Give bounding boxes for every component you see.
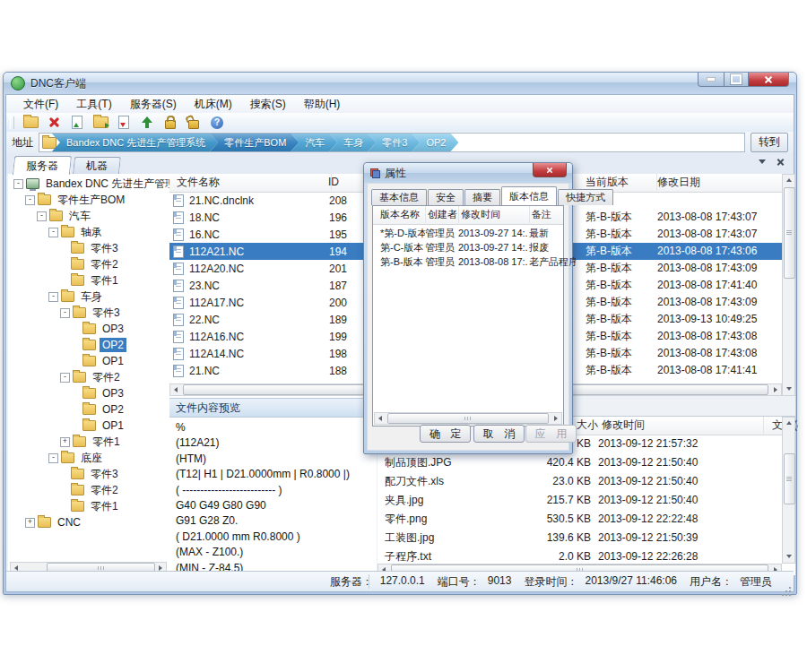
tree-node[interactable]: OP3 [8, 321, 169, 337]
dialog-version-row[interactable]: 第-B-版本 管理员 2013-08-08 17:... 老产品程序 [373, 254, 563, 269]
tree-node[interactable]: - 轴承 [8, 224, 169, 240]
column-header-creator[interactable]: 创建者 [425, 206, 459, 223]
close-panel-icon[interactable] [777, 158, 785, 166]
menu-item[interactable]: 文件(F) [15, 95, 66, 114]
close-button[interactable] [748, 73, 789, 87]
scrollbar-thumb[interactable] [784, 453, 795, 504]
attachment-row[interactable]: 夹具.jpg 215.7 KB 2013-09-12 21:50:40 [377, 491, 782, 510]
file-row[interactable]: 112A21.NC 194 [169, 243, 377, 260]
scroll-down-icon[interactable] [784, 383, 794, 394]
attachment-row[interactable]: 制品顶图.JPG 420.4 KB 2013-09-12 21:50:40 [377, 453, 782, 472]
chevron-down-icon[interactable] [759, 159, 766, 164]
breadcrumb-segment[interactable]: Bandex DNC 先进生产管理系统 [52, 134, 218, 151]
file-row[interactable]: 112A20.NC 201 [169, 260, 377, 277]
tree-node[interactable]: 零件1 [8, 272, 169, 289]
attachment-row[interactable]: 零件.png 530.5 KB 2013-09-12 22:22:48 [377, 510, 782, 529]
dialog-tab[interactable]: 摘要 [464, 189, 500, 205]
attachment-vertical-scrollbar[interactable] [782, 417, 795, 564]
tree-expander-icon[interactable] [72, 358, 80, 366]
dialog-tab[interactable]: 版本信息 [501, 186, 557, 205]
breadcrumb-segment[interactable]: 零件生产BOM [210, 134, 299, 151]
version-vertical-scrollbar[interactable] [782, 174, 795, 396]
menu-item[interactable]: 搜索(S) [242, 95, 294, 114]
check-out-button[interactable] [115, 115, 133, 131]
column-header-modified-time[interactable]: 修改时间 [458, 206, 530, 223]
tree-expander-icon[interactable] [60, 470, 68, 478]
dialog-tab[interactable]: 快捷方式 [558, 189, 613, 205]
new-folder-button[interactable] [22, 115, 39, 131]
tree-expander-icon[interactable]: - [48, 228, 58, 237]
tree-node[interactable]: 零件1 [8, 498, 169, 514]
tree-expander-icon[interactable]: - [60, 373, 70, 383]
menu-item[interactable]: 工具(T) [68, 95, 119, 114]
tree-expander-icon[interactable] [60, 277, 68, 285]
file-row[interactable]: 16.NC 195 [169, 226, 377, 243]
go-button[interactable]: 转到 [751, 133, 788, 152]
menu-item[interactable]: 服务器(S) [122, 95, 185, 114]
send-folder-button[interactable] [91, 115, 109, 131]
unlock-button[interactable] [185, 115, 203, 131]
tree-expander-icon[interactable] [72, 341, 80, 349]
column-header-modified-time[interactable]: 修改时间 [598, 417, 764, 434]
tree-node[interactable]: - 零件生产BOM [8, 192, 169, 208]
tree-expander-icon[interactable] [72, 406, 80, 414]
ok-button[interactable]: 确 定 [420, 425, 471, 443]
tree-expander-icon[interactable]: - [60, 308, 70, 318]
scroll-down-icon[interactable] [784, 551, 794, 562]
tree-expander-icon[interactable] [60, 245, 68, 253]
tree-node[interactable]: + 零件1 [8, 434, 169, 450]
file-row[interactable]: 23.NC 187 [169, 277, 377, 294]
tree-expander-icon[interactable]: + [60, 437, 70, 447]
file-row[interactable]: 112A14.NC 198 [169, 345, 377, 362]
tree-node[interactable]: - 零件2 [8, 369, 169, 385]
file-row[interactable]: 112A16.NC 199 [169, 328, 377, 345]
tree-node[interactable]: OP1 [8, 353, 169, 369]
attachment-row[interactable]: 工装图.jpg 139.6 KB 2013-09-12 21:50:39 [377, 529, 782, 547]
lock-button[interactable] [161, 115, 179, 131]
check-in-button[interactable] [68, 115, 86, 131]
scroll-right-icon[interactable] [551, 413, 561, 424]
tree-node[interactable]: - 底座 [8, 450, 169, 466]
tree-node[interactable]: 零件3 [8, 466, 169, 482]
column-header-filename[interactable]: 文件名称 [169, 174, 332, 191]
tree-node[interactable]: 零件2 [8, 256, 169, 272]
tree-node[interactable]: OP2 [8, 337, 169, 353]
cancel-button[interactable]: 取 消 [473, 425, 525, 443]
column-header-note[interactable]: 备注 [529, 206, 575, 223]
file-row[interactable]: 21.NC.dnclnk 208 [169, 192, 377, 209]
help-button[interactable] [208, 115, 226, 131]
minimize-button[interactable] [698, 73, 725, 87]
tree-expander-icon[interactable] [72, 390, 80, 398]
attachment-row[interactable]: 配刀文件.xls 23.0 KB 2013-09-12 21:50:40 [377, 472, 782, 491]
scroll-up-icon[interactable] [784, 418, 794, 428]
tree-expander-icon[interactable]: - [13, 179, 23, 189]
tree-expander-icon[interactable]: - [25, 195, 35, 205]
tree-node[interactable]: OP1 [8, 418, 169, 434]
scrollbar-thumb[interactable] [784, 187, 795, 279]
tree-expander-icon[interactable]: + [25, 518, 35, 528]
dialog-horizontal-scrollbar[interactable] [374, 412, 562, 425]
tree-node[interactable]: - 零件3 [8, 305, 169, 321]
menu-item[interactable]: 帮助(H) [296, 95, 349, 114]
view-tab[interactable]: 服务器 [13, 156, 72, 175]
dialog-version-row[interactable]: 第-C-版本 管理员 2013-09-27 14:... 报废 [373, 240, 563, 254]
tree-node[interactable]: - 汽车 [8, 208, 169, 224]
tree-node[interactable]: OP2 [8, 401, 169, 418]
upload-button[interactable] [138, 115, 156, 131]
tree-expander-icon[interactable]: - [48, 292, 58, 302]
maximize-button[interactable] [725, 73, 748, 87]
column-header-modified-date[interactable]: 修改日期 [654, 174, 783, 191]
scroll-up-icon[interactable] [784, 175, 794, 185]
file-row[interactable]: 112A17.NC 200 [169, 294, 377, 311]
filelist-horizontal-scrollbar[interactable] [169, 383, 376, 396]
dialog-tab[interactable]: 安全 [428, 189, 464, 205]
scrollbar-thumb[interactable] [387, 413, 549, 424]
tree-expander-icon[interactable] [60, 261, 68, 269]
tree-expander-icon[interactable]: - [48, 453, 58, 463]
tree-node[interactable]: 零件3 [8, 240, 169, 256]
dialog-tab[interactable]: 基本信息 [371, 189, 427, 205]
tree-expander-icon[interactable]: - [37, 211, 47, 221]
delete-button[interactable] [45, 115, 63, 131]
tree-expander-icon[interactable] [72, 422, 80, 430]
resize-grip[interactable] [789, 587, 791, 589]
